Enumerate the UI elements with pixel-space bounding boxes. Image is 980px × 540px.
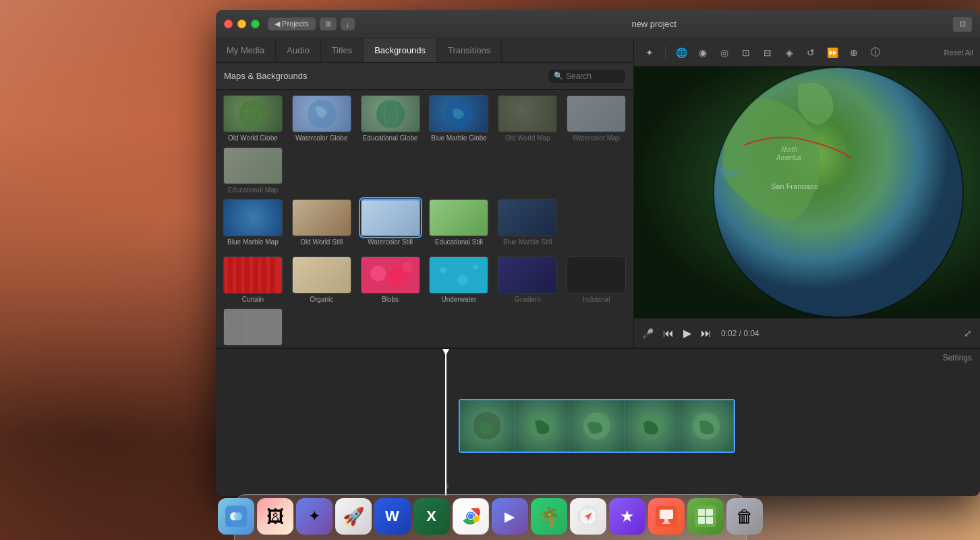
thumb-blobs[interactable]: Blobs xyxy=(359,256,422,303)
search-icon: 🔍 xyxy=(554,72,563,80)
thumb-img-pinstripes xyxy=(223,308,283,346)
label-curtain: Curtain xyxy=(242,296,264,303)
thumb-img-underwater xyxy=(429,256,488,294)
skip-back-button[interactable]: ⏮ xyxy=(659,324,678,343)
dock-finder[interactable] xyxy=(218,498,254,535)
fullscreen-icon[interactable]: ⤢ xyxy=(964,328,972,339)
search-input[interactable] xyxy=(566,72,620,81)
audio-vol-icon[interactable]: ◈ xyxy=(780,44,798,61)
svg-rect-10 xyxy=(244,257,250,293)
close-button[interactable] xyxy=(224,20,233,28)
share-tool-icon[interactable]: ⊕ xyxy=(845,44,863,61)
tb-icon-right[interactable]: ⊡ xyxy=(953,17,972,32)
svg-rect-18 xyxy=(430,257,488,293)
thumb-old-world-map[interactable]: Old World Map xyxy=(496,95,559,142)
label-watercolor-map: Watercolor Map xyxy=(573,134,620,142)
right-panel: ✦ 🌐 ◉ ◎ ⊡ ⊟ ◈ ↺ ⏩ ⊕ ⓘ Reset All xyxy=(634,38,980,348)
crop-tool-icon[interactable]: ⊡ xyxy=(737,44,755,61)
svg-rect-54 xyxy=(660,510,673,519)
svg-rect-56 xyxy=(662,522,670,524)
dock-photos[interactable]: 🖼 xyxy=(257,498,293,535)
skip-forward-button[interactable]: ⏭ xyxy=(697,324,716,343)
dock-rocketship[interactable]: 🚀 xyxy=(335,498,372,535)
thumb-pinstripes[interactable]: Pinstripes xyxy=(221,308,285,348)
timeline-clip[interactable] xyxy=(459,399,735,453)
print-tool-icon[interactable]: ⊟ xyxy=(759,44,776,61)
thumb-img-watercolor-globe xyxy=(292,95,351,132)
thumb-underwater[interactable]: Underwater xyxy=(428,256,491,303)
thumb-blue-marble-map[interactable]: Blue Marble Map xyxy=(221,199,285,246)
thumb-watercolor-globe[interactable]: Watercolor Globe xyxy=(290,95,353,142)
thumb-old-world-still[interactable]: Old World Still xyxy=(290,199,353,246)
time-display: 0:02 / 0:04 xyxy=(721,329,759,338)
toolbar: ✦ 🌐 ◉ ◎ ⊡ ⊟ ◈ ↺ ⏩ ⊕ ⓘ Reset All xyxy=(634,38,980,67)
tab-my-media[interactable]: My Media xyxy=(216,38,276,62)
fullscreen-button[interactable] xyxy=(251,20,260,28)
dock-imovie[interactable]: ★ xyxy=(609,498,645,535)
timeline-area: Settings xyxy=(216,348,980,496)
svg-point-0 xyxy=(239,100,267,128)
label-blue-marble-globe: Blue Marble Globe xyxy=(431,134,487,142)
svg-point-20 xyxy=(457,275,467,285)
svg-rect-61 xyxy=(706,517,713,524)
title-bar: ◀ Projects ⊞ ↓ new project ⊡ xyxy=(216,10,980,38)
dock-safari[interactable] xyxy=(570,498,606,535)
play-button[interactable]: ▶ xyxy=(678,324,697,343)
compass-tool-icon[interactable]: ◉ xyxy=(694,44,712,61)
dock-pockity[interactable]: ▶ xyxy=(492,498,528,535)
clip-frame-2 xyxy=(515,400,569,452)
timeline-settings-button[interactable]: Settings xyxy=(935,349,980,367)
reset-all-button[interactable]: Reset All xyxy=(944,49,973,57)
tab-backgrounds[interactable]: Backgrounds xyxy=(364,38,437,62)
dock-numbers[interactable] xyxy=(687,498,724,535)
dock-spotlight[interactable]: ✦ xyxy=(296,498,333,535)
thumb-educational-still[interactable]: Educational Still xyxy=(428,199,491,246)
tab-titles[interactable]: Titles xyxy=(321,38,364,62)
content-area: My Media Audio Titles Backgrounds Transi… xyxy=(216,38,980,348)
thumb-img-organic xyxy=(292,256,351,294)
thumb-watercolor-map[interactable]: Watercolor Map xyxy=(565,95,628,142)
dock-chrome[interactable] xyxy=(453,498,489,535)
info-tool-icon[interactable]: ⓘ xyxy=(867,44,884,61)
thumb-organic[interactable]: Organic xyxy=(290,256,353,303)
globe-tool-icon[interactable]: 🌐 xyxy=(672,44,690,61)
svg-rect-13 xyxy=(270,257,275,293)
dock-excel[interactable]: X xyxy=(413,498,450,535)
svg-point-4 xyxy=(376,100,404,128)
thumb-img-educational-map xyxy=(223,147,283,184)
microphone-icon[interactable]: 🎤 xyxy=(642,328,654,339)
svg-rect-22 xyxy=(225,309,282,345)
thumb-educational-map[interactable]: Educational Map xyxy=(221,147,285,194)
projects-button[interactable]: ◀ Projects xyxy=(268,18,316,30)
thumb-educational-globe[interactable]: Educational Globe xyxy=(359,95,422,142)
dock-word[interactable]: W xyxy=(374,498,411,535)
thumb-curtain[interactable]: Curtain xyxy=(221,256,285,303)
search-box[interactable]: 🔍 xyxy=(548,70,625,83)
color-tool-icon[interactable]: ◎ xyxy=(716,44,733,61)
playback-controls: 🎤 ⏮ ▶ ⏭ 0:02 / 0:04 ⤢ xyxy=(634,318,980,348)
thumb-old-world-globe[interactable]: Old World Globe xyxy=(221,95,285,142)
speed-tool-icon[interactable]: ⏩ xyxy=(824,44,841,61)
share-button[interactable]: ↓ xyxy=(341,18,355,30)
dock-trash[interactable]: 🗑 xyxy=(726,498,763,535)
dock-keynote[interactable] xyxy=(648,498,685,535)
thumb-gradient[interactable]: Gradient xyxy=(496,256,559,303)
layout-button[interactable]: ⊞ xyxy=(320,18,337,30)
preview-globe-bg: North America San Francisco xyxy=(634,67,980,318)
label-educational-still: Educational Still xyxy=(435,238,483,246)
thumb-industrial[interactable]: Industrial xyxy=(565,256,628,303)
minimize-button[interactable] xyxy=(237,20,246,28)
thumb-blue-marble-globe[interactable]: Blue Marble Globe xyxy=(428,95,491,142)
tab-transitions[interactable]: Transitions xyxy=(437,38,502,62)
magic-wand-icon[interactable]: ✦ xyxy=(641,44,658,61)
voice-tool-icon[interactable]: ↺ xyxy=(802,44,819,61)
thumb-blue-marble-still[interactable]: Blue Marble Still xyxy=(496,199,559,246)
left-panel: My Media Audio Titles Backgrounds Transi… xyxy=(216,38,634,348)
thumb-img-educational-still xyxy=(429,199,488,236)
tab-audio[interactable]: Audio xyxy=(276,38,320,62)
dock-hyperdock[interactable]: 🌴 xyxy=(531,498,567,535)
thumb-watercolor-still[interactable]: Watercolor Still xyxy=(359,199,422,246)
timeline-content xyxy=(459,376,980,476)
thumbnails-area[interactable]: Old World Globe Watercolor Globe xyxy=(216,90,633,348)
svg-point-15 xyxy=(370,266,386,281)
